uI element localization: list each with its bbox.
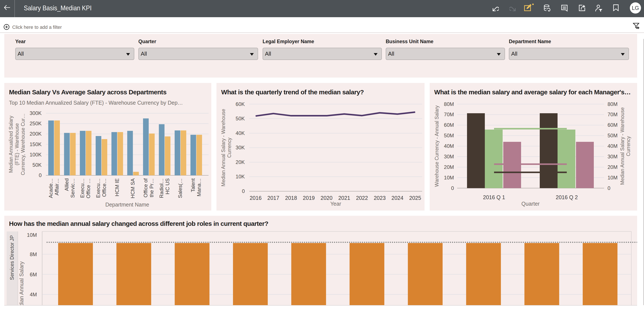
svg-text:150K: 150K — [30, 141, 42, 147]
svg-text:30M: 30M — [608, 154, 618, 160]
svg-text:Services Director JP: Services Director JP — [9, 235, 15, 280]
svg-text:20M: 20M — [444, 164, 454, 170]
svg-text:60K: 60K — [236, 101, 245, 107]
svg-text:Currency: Currency — [626, 136, 631, 156]
svg-text:HCM IE: HCM IE — [114, 178, 120, 196]
svg-text:Median Annual Salary - Warehou: Median Annual Salary - Warehouse — [220, 109, 226, 187]
svg-text:Execu…: Execu… — [79, 178, 85, 198]
svg-text:80M: 80M — [608, 101, 618, 107]
svg-text:Currency, Warehouse Cur…: Currency, Warehouse Cur… — [20, 113, 26, 175]
svg-text:Talent: Talent — [190, 178, 196, 192]
svg-text:10M: 10M — [27, 232, 37, 238]
svg-text:Quarter: Quarter — [522, 201, 540, 207]
svg-text:Median Annual Salary - Warehou: Median Annual Salary - Warehouse — [620, 107, 625, 185]
svg-text:Sales(…: Sales(… — [177, 178, 183, 198]
svg-text:Department Name: Department Name — [105, 202, 149, 208]
svg-text:0: 0 — [39, 172, 42, 178]
svg-text:0: 0 — [242, 188, 245, 194]
svg-text:2017: 2017 — [267, 195, 279, 201]
svg-text:250K: 250K — [30, 120, 42, 126]
svg-text:0: 0 — [608, 185, 610, 191]
svg-text:Office…: Office… — [101, 178, 107, 197]
svg-text:50M: 50M — [444, 132, 454, 138]
svg-text:70M: 70M — [444, 111, 454, 117]
svg-text:Execu…: Execu… — [95, 178, 101, 198]
svg-text:80M: 80M — [444, 101, 454, 107]
svg-text:8M: 8M — [30, 251, 37, 257]
svg-text:40K: 40K — [236, 130, 245, 136]
svg-text:50K: 50K — [32, 162, 42, 168]
svg-text:Currency: Currency — [226, 137, 232, 158]
svg-text:20M: 20M — [608, 164, 618, 170]
svg-text:HC US: HC US — [164, 178, 170, 195]
svg-text:Mana…: Mana… — [196, 178, 202, 196]
svg-text:10K: 10K — [236, 174, 245, 180]
svg-text:Office …: Office … — [86, 178, 91, 198]
svg-text:Year: Year — [330, 201, 341, 207]
svg-text:HCM SA: HCM SA — [130, 178, 136, 198]
svg-text:0: 0 — [451, 185, 454, 191]
svg-text:100K: 100K — [30, 152, 42, 158]
svg-text:Acade…: Acade… — [48, 178, 54, 198]
svg-text:2019: 2019 — [303, 195, 315, 201]
svg-text:Radiol…: Radiol… — [158, 178, 164, 198]
svg-text:(FTE) - Warehouse: (FTE) - Warehouse — [14, 123, 20, 166]
svg-text:Office of: Office of — [143, 178, 148, 198]
svg-text:2023: 2023 — [374, 195, 386, 201]
svg-text:2024: 2024 — [392, 195, 404, 201]
svg-text:70M: 70M — [608, 111, 618, 117]
svg-text:2016 Q 2: 2016 Q 2 — [556, 194, 578, 200]
svg-text:40M: 40M — [608, 143, 618, 149]
svg-text:4M: 4M — [30, 291, 37, 297]
svg-text:Affair…: Affair… — [54, 178, 60, 196]
svg-text:10M: 10M — [444, 175, 454, 181]
svg-text:Median Annualized Salary: Median Annualized Salary — [8, 116, 14, 173]
svg-text:2016: 2016 — [250, 195, 262, 201]
svg-text:60M: 60M — [608, 122, 618, 128]
svg-text:Warehouse Currency - Annual Sa: Warehouse Currency - Annual Salary — [434, 105, 440, 187]
svg-text:2016 Q 1: 2016 Q 1 — [483, 194, 505, 200]
svg-text:Median Annual Salary: Median Annual Salary — [18, 261, 24, 305]
svg-text:40M: 40M — [444, 143, 454, 149]
svg-text:10M: 10M — [608, 175, 618, 181]
svg-text:2018: 2018 — [285, 195, 297, 201]
svg-text:2020: 2020 — [320, 195, 332, 201]
svg-text:50K: 50K — [236, 116, 245, 121]
svg-text:200K: 200K — [30, 131, 42, 137]
svg-text:30K: 30K — [236, 145, 245, 150]
svg-text:50M: 50M — [608, 132, 618, 138]
svg-text:2021: 2021 — [338, 195, 350, 201]
svg-text:Servic…: Servic… — [70, 178, 76, 198]
svg-text:2022: 2022 — [356, 195, 368, 201]
svg-text:the Pr…: the Pr… — [149, 178, 154, 197]
svg-text:6M: 6M — [30, 272, 37, 277]
svg-text:300K: 300K — [30, 110, 42, 116]
svg-text:20K: 20K — [236, 159, 245, 165]
svg-text:Allied: Allied — [64, 178, 70, 191]
svg-text:2025: 2025 — [409, 195, 421, 201]
svg-text:60M: 60M — [444, 122, 454, 128]
svg-text:30M: 30M — [444, 154, 454, 160]
